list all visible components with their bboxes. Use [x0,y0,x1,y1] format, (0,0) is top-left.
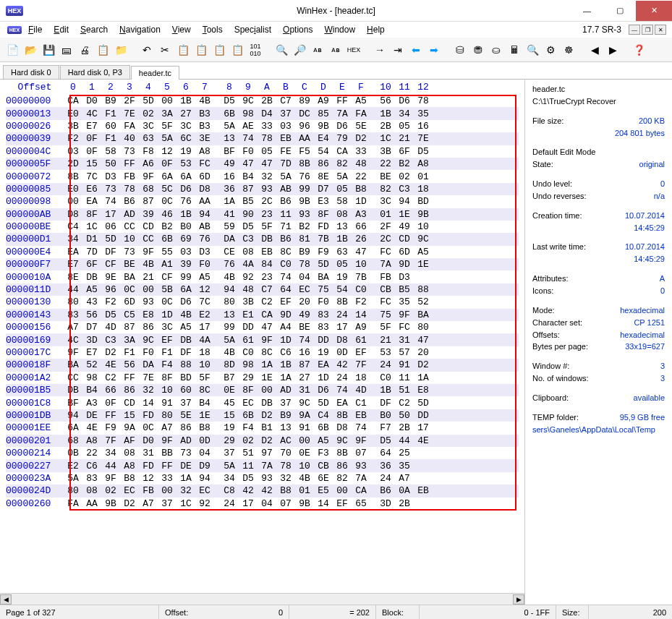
byte-cell[interactable]: A5 [352,95,370,106]
byte-cell[interactable]: 79 [333,133,352,144]
byte-cell[interactable]: 0C [120,284,139,295]
byte-cell[interactable]: FC [395,322,414,333]
byte-cell[interactable]: 10 [195,359,214,370]
byte-cell[interactable]: FA [352,108,370,119]
byte-cell[interactable]: 9B [295,498,314,509]
byte-cell[interactable]: 34 [64,234,82,244]
byte-cell[interactable]: A9 [352,322,370,333]
byte-cell[interactable]: FF [120,158,139,169]
byte-cell[interactable]: 5A [220,121,239,132]
byte-cell[interactable]: 94 [64,410,82,421]
byte-cell[interactable]: 14 [352,310,370,320]
byte-cell[interactable]: EA [82,196,101,207]
byte-cell[interactable]: 6A [64,422,82,433]
hex-row[interactable]: 000002140B22340831BB7304375197700EF38B07… [6,447,519,459]
byte-cell[interactable]: 5F [158,121,176,132]
byte-cell[interactable]: 54 [314,146,333,157]
byte-cell[interactable]: 26 [352,234,370,244]
byte-cell[interactable]: F0 [195,259,214,270]
byte-cell[interactable]: FD [139,461,158,471]
byte-cell[interactable]: 63 [139,133,158,144]
byte-cell[interactable]: 2C [258,196,276,207]
byte-cell[interactable]: BA [314,272,333,283]
byte-cell[interactable]: 3B [239,296,258,307]
tab-hard-disk-0-p3[interactable]: Hard disk 0, P3 [60,65,130,79]
byte-cell[interactable]: 51 [239,448,258,458]
byte-cell[interactable]: BA [120,272,139,283]
byte-cell[interactable]: 5F [258,221,276,232]
byte-cell[interactable]: 37 [276,398,295,409]
byte-cell[interactable]: 87 [120,322,139,333]
byte-cell[interactable]: 16 [295,347,314,358]
byte-cell[interactable]: FD [314,221,333,232]
byte-cell[interactable]: 24 [376,473,395,484]
byte-cell[interactable]: E7 [82,347,101,358]
byte-cell[interactable]: 68 [139,184,158,195]
byte-cell[interactable]: 5B [158,284,176,295]
byte-cell[interactable]: 7B [352,272,370,283]
byte-cell[interactable]: 02 [239,435,258,446]
byte-cell[interactable]: E8 [414,385,433,396]
byte-cell[interactable]: 1B [376,385,395,396]
byte-cell[interactable]: 60 [176,385,195,396]
byte-cell[interactable]: F1 [120,347,139,358]
byte-cell[interactable]: F1 [101,108,120,119]
byte-cell[interactable]: 05 [333,259,352,270]
byte-cell[interactable]: 10 [352,259,370,270]
byte-cell[interactable]: 4D [101,322,120,333]
byte-cell[interactable]: B0 [376,410,395,421]
hex-row[interactable]: 000000ABD88F17AD39461B9441902311938F08A3… [6,208,519,221]
byte-cell[interactable]: 14 [139,398,158,409]
byte-cell[interactable]: AB [195,221,214,232]
byte-cell[interactable]: C0 [276,259,295,270]
byte-cell[interactable]: 7A [333,108,352,119]
byte-cell[interactable]: 19 [333,272,352,283]
byte-cell[interactable]: F2 [352,296,370,307]
byte-cell[interactable]: 33 [158,473,176,484]
byte-cell[interactable]: 8F [314,209,333,220]
byte-cell[interactable]: C0 [239,347,258,358]
byte-cell[interactable]: 8B [333,448,352,458]
byte-cell[interactable]: 34 [220,473,239,484]
byte-cell[interactable]: DF [101,247,120,257]
byte-cell[interactable]: A4 [276,322,295,333]
paste-hex-icon[interactable]: 📋 [229,42,245,58]
byte-cell[interactable]: DC [295,108,314,119]
byte-cell[interactable]: 19 [220,422,239,433]
byte-cell[interactable]: 74 [239,133,258,144]
byte-cell[interactable]: 06 [101,221,120,232]
hex-row[interactable]: 00000227E2C644A8FDFFDED95A117A7810CB8693… [6,459,519,471]
byte-cell[interactable]: 73 [176,448,195,458]
byte-cell[interactable]: 5E [352,121,370,132]
byte-cell[interactable]: 99 [176,272,195,283]
byte-cell[interactable]: 22 [376,158,395,169]
byte-cell[interactable]: 7A [352,473,370,484]
scroll-right-icon[interactable]: ▶ [513,594,524,605]
byte-cell[interactable]: 83 [314,310,333,320]
byte-cell[interactable]: B6 [276,196,295,207]
byte-cell[interactable]: 66 [352,221,370,232]
byte-cell[interactable]: 37 [158,498,176,509]
byte-cell[interactable]: BD [414,196,433,207]
byte-cell[interactable]: 44 [101,461,120,471]
byte-cell[interactable]: 14 [314,498,333,509]
byte-cell[interactable]: E0 [64,184,82,195]
byte-cell[interactable]: 98 [239,108,258,119]
byte-cell[interactable]: 75 [376,310,395,320]
byte-cell[interactable]: 4B [220,272,239,283]
hex-row[interactable]: 000001EE6A4EF99A0CA786B819F4B113916BD874… [6,422,519,434]
menu-view[interactable]: View [167,23,196,36]
byte-cell[interactable]: 49 [395,221,414,232]
byte-cell[interactable]: 08 [333,209,352,220]
hex-row[interactable]: 0000010A8EDB9EBA21CF99A54B92237404BA197B… [6,270,519,283]
nav-fwd-icon[interactable]: ▶ [605,42,621,58]
byte-cell[interactable]: F2 [101,296,120,307]
byte-cell[interactable]: 0E [220,385,239,396]
byte-cell[interactable]: 91 [158,398,176,409]
byte-cell[interactable]: E1 [239,310,258,320]
byte-cell[interactable]: C2 [101,372,120,383]
byte-cell[interactable]: B1 [258,422,276,433]
hex-row[interactable]: 0000020168A87FAFD09FAD0D2902D2AC00A59C9F… [6,435,519,447]
byte-cell[interactable]: 15 [82,158,101,169]
byte-cell[interactable]: 2F [120,95,139,106]
